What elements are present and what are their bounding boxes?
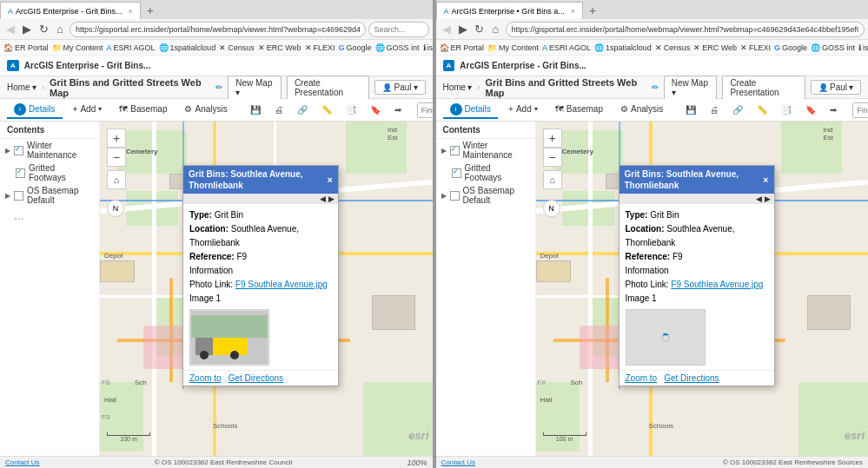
right-create-presentation-btn[interactable]: Create Presentation [722, 76, 805, 100]
measure-tool-btn[interactable]: 📏 [316, 103, 337, 116]
left-active-tab[interactable]: A ArcGIS Enterprise - Grit Bins... × [0, 2, 141, 19]
right-basemap-checkbox[interactable] [450, 191, 460, 201]
left-zoom-home-btn[interactable]: ⌂ [107, 170, 126, 189]
right-zoom-home-btn[interactable]: ⌂ [543, 170, 562, 189]
left-tab-basemap[interactable]: 🗺 Basemap [112, 102, 174, 117]
left-zoom-in-btn[interactable]: + [107, 129, 126, 148]
right-compass[interactable]: N [543, 200, 560, 217]
right-user-btn[interactable]: 👤 Paul ▾ [811, 80, 861, 95]
left-map-title-edit[interactable]: ✏ [215, 82, 222, 92]
right-footways-checkbox[interactable] [452, 168, 461, 178]
left-search-bar[interactable] [368, 22, 429, 37]
right-bookmarks-tool-btn[interactable]: 🔖 [800, 103, 821, 116]
save-tool-btn[interactable]: 💾 [245, 103, 266, 116]
left-home-btn[interactable]: ⌂ [53, 23, 67, 36]
left-user-btn[interactable]: 👤 Paul ▾ [374, 80, 425, 95]
right-share-tool-btn[interactable]: 🔗 [727, 103, 748, 116]
bookmark-erc-web[interactable]: ✕ ERC Web [258, 43, 301, 52]
left-url-bar[interactable] [70, 22, 366, 37]
right-popup-next[interactable]: ▶ [765, 194, 771, 203]
left-zoom-to-btn[interactable]: Zoom to [189, 373, 222, 383]
winter-checkbox[interactable] [14, 146, 23, 155]
left-tab-add[interactable]: + Add ▾ [66, 102, 109, 117]
bookmark-is[interactable]: ℹ is [423, 43, 433, 52]
right-zoom-out-btn[interactable]: − [543, 148, 562, 167]
right-find-input[interactable] [853, 103, 868, 117]
bookmark-census[interactable]: ✕ Census [219, 43, 255, 52]
right-popup-close[interactable]: × [763, 174, 768, 186]
left-home-link[interactable]: Home ▾ [7, 82, 36, 92]
right-bookmark-er-portal[interactable]: 🏠 ER Portal [440, 43, 485, 52]
right-home-btn[interactable]: ⌂ [489, 23, 503, 36]
share-tool-btn[interactable]: 🔗 [292, 103, 313, 116]
right-popup-photo-link[interactable]: F9 Southlea Avenue.jpg [671, 280, 763, 289]
new-tab-btn[interactable]: + [141, 2, 160, 19]
bookmark-er-portal[interactable]: 🏠 ER Portal [3, 43, 49, 52]
left-zoom-out-btn[interactable]: − [107, 148, 126, 167]
left-popup-next[interactable]: ▶ [328, 194, 335, 203]
right-winter-checkbox[interactable] [450, 146, 460, 155]
right-active-tab[interactable]: A ArcGIS Enterprise • Grit Bins a... × [436, 2, 583, 19]
right-bookmark-my-content[interactable]: 📁 My Content [487, 43, 539, 52]
left-map-area[interactable]: Cemetery IndEst Depot Sch Schools Hall F… [100, 122, 433, 456]
bookmarks-tool-btn[interactable]: 🔖 [365, 103, 386, 116]
right-bookmark-census[interactable]: ✕ Census [655, 43, 691, 52]
right-print-tool-btn[interactable]: 🖨 [705, 103, 724, 116]
bookmark-my-content[interactable]: 📁 My Content [52, 43, 103, 52]
right-bookmark-esri-agol[interactable]: A ESRI AGOL [542, 43, 591, 52]
basemap-checkbox[interactable] [14, 191, 23, 201]
left-tab-details[interactable]: i Details [7, 102, 63, 119]
left-layer-footways[interactable]: Gritted Footways [0, 161, 99, 184]
left-layer-basemap[interactable]: ▶ OS Basemap Default [0, 184, 99, 207]
bookmark-flexi[interactable]: ✕ FLEXI [305, 43, 335, 52]
left-refresh-btn[interactable]: ↻ [36, 23, 50, 36]
right-refresh-btn[interactable]: ↻ [473, 23, 487, 36]
right-tab-basemap[interactable]: 🗺 Basemap [548, 102, 610, 117]
bookmark-google[interactable]: G Google [339, 43, 372, 52]
right-home-link[interactable]: Home ▾ [443, 82, 473, 92]
right-url-bar[interactable] [506, 22, 865, 37]
right-get-directions-btn[interactable]: Get Directions [664, 373, 719, 383]
left-popup-prev[interactable]: ◀ [320, 194, 326, 203]
footways-checkbox[interactable] [16, 168, 25, 178]
bookmark-goss[interactable]: 🌐 GOSS int [375, 43, 420, 52]
right-tab-details[interactable]: i Details [443, 102, 499, 119]
left-compass[interactable]: N [107, 200, 124, 217]
left-get-directions-btn[interactable]: Get Directions [229, 373, 283, 383]
right-contact-us[interactable]: Contact Us [441, 458, 476, 466]
left-find-input[interactable] [418, 103, 433, 117]
left-new-map-btn[interactable]: New Map ▾ [228, 76, 282, 100]
left-contact-us[interactable]: Contact Us [5, 458, 40, 466]
right-bookmark-google[interactable]: G Google [774, 43, 807, 52]
right-bookmark-1spatialcloud[interactable]: 🌐 1spatialcloud [594, 43, 652, 52]
right-tab-add[interactable]: + Add ▾ [501, 102, 545, 117]
right-zoom-to-btn[interactable]: Zoom to [626, 373, 658, 383]
right-legend-tool-btn[interactable]: 📑 [776, 103, 797, 116]
left-back-btn[interactable]: ◀ [3, 23, 17, 36]
right-bookmark-is[interactable]: ℹ is [858, 43, 868, 52]
right-zoom-in-btn[interactable]: + [543, 129, 562, 148]
right-new-tab-btn[interactable]: + [583, 2, 602, 19]
bookmark-esri-agol[interactable]: A ESRI AGOL [107, 43, 156, 52]
right-layer-winter[interactable]: ▶ Winter Maintenance [436, 139, 535, 161]
right-new-map-btn[interactable]: New Map ▾ [664, 76, 718, 100]
right-bookmark-flexi[interactable]: ✕ FLEXI [740, 43, 771, 52]
bookmark-1spatialcloud[interactable]: 🌐 1spatialcloud [159, 43, 216, 52]
left-popup-photo-link[interactable]: F9 Southlea Avenue.jpg [235, 280, 328, 289]
left-popup-close[interactable]: × [328, 174, 333, 186]
right-layer-basemap[interactable]: ▶ OS Basemap Default [436, 184, 535, 207]
right-measure-tool-btn[interactable]: 📏 [752, 103, 772, 116]
right-popup-prev[interactable]: ◀ [756, 194, 762, 203]
directions-tool-btn[interactable]: ➡ [389, 103, 407, 116]
right-forward-btn[interactable]: ▶ [456, 23, 470, 36]
left-tab-close[interactable]: × [129, 7, 133, 16]
right-tab-close[interactable]: × [571, 7, 575, 16]
right-map-title-edit[interactable]: ✏ [652, 82, 659, 92]
print-tool-btn[interactable]: 🖨 [269, 103, 288, 116]
right-layer-footways[interactable]: Gritted Footways [436, 161, 535, 184]
right-save-tool-btn[interactable]: 💾 [680, 103, 701, 116]
right-bookmark-goss[interactable]: 🌐 GOSS int [811, 43, 855, 52]
right-back-btn[interactable]: ◀ [440, 23, 454, 36]
right-bookmark-erc-web[interactable]: ✕ ERC Web [693, 43, 737, 52]
left-forward-btn[interactable]: ▶ [20, 23, 34, 36]
